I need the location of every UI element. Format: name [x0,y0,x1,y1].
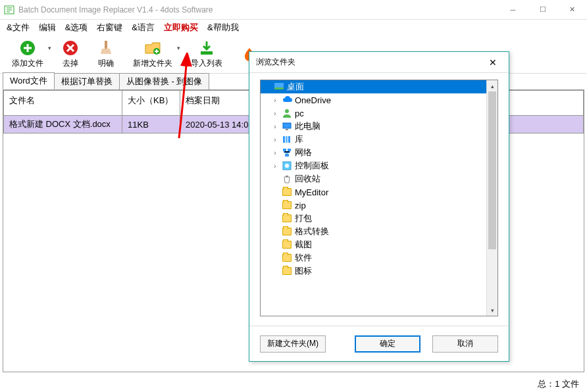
tree-item[interactable]: 截图 [261,238,498,251]
minimize-button[interactable]: ─ [498,0,528,20]
tree-label: 库 [295,134,303,145]
new-folder-button[interactable]: 新建文件夹(M) [260,335,326,353]
scrollbar[interactable]: ▴ ▾ [486,80,498,316]
tree-label: 网络 [295,147,312,159]
import-icon [198,39,215,57]
tree-root[interactable]: 桌面 [261,80,498,93]
menu-rightkey[interactable]: 右窗键 [97,22,122,34]
remove-button[interactable]: 去掉 [62,39,79,69]
tree-label: OneDrive [295,95,331,105]
browse-folder-dialog: 浏览文件夹 ✕ 桌面›OneDrive›pc›此电脑›库›网络›控制面板回收站M… [249,51,509,362]
expander-icon[interactable]: › [271,149,279,157]
ok-button[interactable]: 确定 [355,335,421,353]
tab-replace-by-order[interactable]: 根据订单替换 [54,73,120,89]
tree-item[interactable]: 回收站 [261,172,498,185]
svg-rect-5 [201,51,213,55]
svg-rect-15 [288,149,291,151]
tree-label: pc [295,109,304,118]
folder-icon [282,187,292,197]
folder-icon [282,226,292,237]
folder-plus-icon [144,39,161,57]
tree-item[interactable]: 图标 [261,264,498,278]
cell-filename: 格式新建 DOCX 文档.docx [4,116,122,134]
file-count: 总：1 文件 [538,378,579,390]
svg-rect-16 [285,154,289,157]
close-button[interactable]: ✕ [557,0,587,20]
expander-icon[interactable]: › [271,97,279,104]
expander-icon[interactable]: › [271,123,279,130]
menu-edit[interactable]: 编辑 [39,22,56,34]
svg-rect-3 [105,41,107,49]
folder-icon [282,266,292,276]
user-icon [282,108,292,118]
menu-help[interactable]: &帮助我 [207,22,239,34]
network-icon [282,147,292,158]
maximize-button[interactable]: ☐ [528,0,557,20]
tree-label: zip [295,201,306,210]
dialog-titlebar: 浏览文件夹 ✕ [249,52,509,73]
col-size[interactable]: 大小（KB） [122,91,180,116]
scroll-up-icon[interactable]: ▴ [487,80,498,91]
menu-buy[interactable]: 立即购买 [164,22,198,34]
scroll-down-icon[interactable]: ▾ [487,305,498,316]
monitor-icon [282,121,292,132]
tree-label: 此电脑 [295,120,320,132]
tree-item[interactable]: zip [261,199,498,212]
folder-tree: 桌面›OneDrive›pc›此电脑›库›网络›控制面板回收站MyEditorz… [260,80,498,316]
menu-lang[interactable]: &语言 [132,22,155,34]
library-icon [282,134,292,145]
tree-label: MyEditor [295,187,328,197]
menu-file[interactable]: &文件 [7,22,30,34]
statusbar: 总：1 文件 [538,376,579,392]
dropdown-caret-icon: ▾ [177,45,180,51]
add-folder-button[interactable]: 新增文件夹 ▾ [133,39,172,69]
tree-item[interactable]: 格式转换 [261,225,498,238]
svg-rect-14 [283,149,286,151]
svg-rect-12 [286,136,288,143]
svg-rect-13 [288,136,290,143]
col-filename[interactable]: 文件名 [4,91,122,116]
svg-rect-7 [274,87,284,89]
tree-item[interactable]: 打包 [261,212,498,225]
add-file-button[interactable]: 添加文件 ▾ [12,39,43,69]
scroll-thumb[interactable] [488,91,496,249]
tree-item[interactable]: ›控制面板 [261,159,498,172]
tab-word[interactable]: Word文件 [3,72,55,89]
svg-rect-11 [283,136,285,143]
folder-icon [282,200,292,210]
expander-icon[interactable]: › [271,162,279,170]
expander-icon[interactable]: › [271,136,279,143]
svg-rect-9 [283,123,291,128]
tree-item[interactable]: ›此电脑 [261,120,498,133]
broom-icon [97,39,115,57]
window-title: Batch Document Image Replacer V1.4 - 4do… [18,5,498,14]
dialog-buttons: 新建文件夹(M) 确定 取消 [249,326,509,361]
tree-item[interactable]: ›网络 [261,146,498,159]
tree-label: 打包 [295,212,312,224]
menubar: &文件 编辑 &选项 右窗键 &语言 立即购买 &帮助我 [0,20,587,36]
tree-label: 回收站 [295,173,320,185]
svg-point-8 [285,109,289,113]
tree-label: 格式转换 [295,226,329,237]
tree-item[interactable]: ›库 [261,133,498,146]
cell-size: 11KB [122,116,180,134]
tree-item[interactable]: 软件 [261,251,498,264]
tree-label: 图标 [295,265,312,277]
tab-from-to-image[interactable]: 从图像替换 - 到图像 [119,73,210,89]
import-button[interactable]: 导入列表 [191,39,222,69]
tree-item[interactable]: MyEditor [261,185,498,199]
expander-icon[interactable]: › [271,110,279,117]
recycle-icon [282,174,292,184]
tree-label: 截图 [295,239,312,251]
menu-options[interactable]: &选项 [65,22,88,34]
clear-button[interactable]: 明确 [97,39,115,69]
tree-item[interactable]: ›pc [261,107,498,120]
svg-rect-10 [286,129,288,130]
dialog-close-button[interactable]: ✕ [484,55,502,70]
tree-label: 软件 [295,252,312,264]
folder-icon [282,213,292,224]
tree-item[interactable]: ›OneDrive [261,93,498,107]
tree-label: 桌面 [287,81,304,93]
cancel-button[interactable]: 取消 [432,335,498,353]
dropdown-caret-icon: ▾ [48,45,51,51]
